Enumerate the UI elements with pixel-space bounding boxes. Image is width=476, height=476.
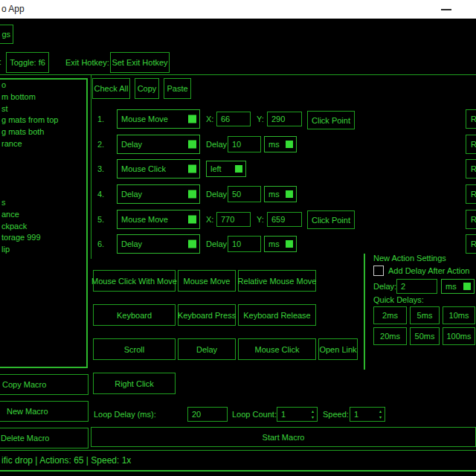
nas-delay-input[interactable]: 2	[396, 279, 437, 294]
add-mouse-click-button[interactable]: Mouse Click	[238, 338, 316, 360]
remove-button[interactable]: R	[466, 210, 476, 229]
check-all-button[interactable]: Check All	[92, 78, 130, 99]
tab-settings-label: gs	[1, 30, 10, 39]
button-label: Mouse Click With Move	[91, 277, 177, 286]
add-delay-after-action-checkbox[interactable]	[373, 266, 384, 276]
remove-button[interactable]: R	[466, 184, 476, 204]
nas-delay-label: Delay:	[373, 282, 396, 291]
new-macro-button[interactable]: New Macro	[0, 401, 89, 422]
action-type-dropdown[interactable]: Mouse Move	[117, 210, 200, 229]
delay-input[interactable]: 50	[228, 186, 261, 202]
list-item[interactable]: s	[0, 197, 86, 209]
quick-delay-50ms-button[interactable]: 50ms	[410, 327, 440, 345]
delete-macro-button[interactable]: Delete Macro	[0, 428, 89, 448]
unit-value: ms	[268, 190, 280, 199]
y-input[interactable]: 659	[267, 212, 302, 227]
spinner-arrows-icon[interactable]: ▴▾	[312, 408, 314, 420]
delay-input[interactable]: 10	[228, 236, 261, 252]
set-exit-hotkey-button[interactable]: Set Exit Hotkey	[110, 52, 170, 73]
list-item[interactable]	[0, 162, 86, 174]
dropdown-square-icon	[286, 240, 293, 248]
y-label: Y:	[257, 215, 264, 224]
dropdown-square-icon	[188, 141, 196, 149]
add-right-click-button[interactable]: Right Click	[93, 373, 176, 394]
dropdown-square-icon	[188, 190, 196, 199]
spinner-arrows-icon[interactable]: ▴▾	[379, 408, 382, 420]
copy-macro-button[interactable]: Copy Macro	[0, 374, 89, 395]
quick-delay-2ms-button[interactable]: 2ms	[373, 306, 407, 324]
add-open-link-button[interactable]: Open Link	[318, 338, 358, 360]
remove-button[interactable]: R	[466, 234, 476, 254]
window-title: o App	[1, 4, 25, 14]
minimize-icon[interactable]	[441, 9, 451, 10]
nas-unit-dropdown[interactable]: ms	[441, 279, 475, 294]
loop-count-stepper[interactable]: 1 ▴▾	[277, 407, 318, 422]
actions-panel-border	[91, 74, 91, 259]
delay-label: Delay	[206, 140, 227, 149]
speed-stepper[interactable]: 1 ▴▾	[350, 407, 385, 422]
x-input[interactable]: 770	[216, 212, 251, 227]
quick-delay-10ms-button[interactable]: 10ms	[443, 306, 475, 324]
button-label: Copy Macro	[2, 380, 46, 389]
action-type-dropdown[interactable]: Delay	[117, 234, 200, 254]
list-item[interactable]: ance	[0, 209, 86, 221]
action-type-dropdown[interactable]: Delay	[117, 184, 200, 204]
list-item[interactable]: lip	[0, 244, 86, 256]
click-point-button[interactable]: Click Point	[307, 210, 355, 229]
quick-delay-20ms-button[interactable]: 20ms	[373, 327, 407, 345]
action-type-value: Mouse Move	[121, 215, 168, 224]
list-item[interactable]: g mats from top	[0, 115, 86, 126]
add-delay-button[interactable]: Delay	[178, 338, 236, 360]
tab-settings[interactable]: gs	[0, 25, 13, 44]
row-number: 3.	[97, 164, 104, 173]
loop-delay-input[interactable]: 20	[187, 407, 228, 422]
delay-value: 10	[232, 239, 241, 248]
copy-button[interactable]: Copy	[135, 78, 159, 99]
click-point-label: Click Point	[312, 216, 350, 225]
click-point-button[interactable]: Click Point	[307, 111, 355, 129]
action-type-dropdown[interactable]: Delay	[117, 135, 200, 154]
action-type-dropdown[interactable]: Mouse Click	[117, 159, 200, 178]
exit-hotkey-label: Exit Hotkey:	[65, 58, 109, 67]
add-mouse-click-with-move-button[interactable]: Mouse Click With Move	[93, 270, 176, 292]
action-type-value: Delay	[121, 239, 142, 248]
add-mouse-move-button[interactable]: Mouse Move	[178, 270, 236, 292]
add-delay-after-action-label: Add Delay After Action	[388, 266, 469, 275]
remove-button[interactable]: R	[466, 159, 476, 178]
list-item[interactable]	[0, 150, 86, 162]
mouse-button-dropdown[interactable]: left	[206, 161, 246, 177]
list-item[interactable]: m bottom	[0, 91, 86, 103]
list-item[interactable]	[0, 173, 86, 185]
add-keyboard-release-button[interactable]: Keyboard Release	[238, 304, 316, 326]
delay-input[interactable]: 10	[228, 136, 261, 152]
dropdown-square-icon	[286, 190, 293, 198]
list-item[interactable]	[0, 185, 86, 197]
unit-dropdown[interactable]: ms	[264, 136, 297, 152]
add-scroll-button[interactable]: Scroll	[93, 338, 176, 360]
paste-button[interactable]: Paste	[164, 78, 191, 99]
y-input[interactable]: 290	[267, 112, 302, 126]
start-macro-button[interactable]: Start Macro	[91, 427, 476, 447]
add-keyboard-press-button[interactable]: Keyboard Press	[178, 304, 236, 326]
unit-dropdown[interactable]: ms	[264, 236, 297, 252]
x-label: X:	[206, 115, 213, 123]
list-item[interactable]: o	[0, 80, 86, 91]
list-item[interactable]: ckpack	[0, 221, 86, 233]
list-item[interactable]: g mats both	[0, 126, 86, 138]
toggle-hotkey-button[interactable]: Toggle: f6	[6, 52, 49, 73]
add-keyboard-button[interactable]: Keyboard	[93, 304, 176, 326]
unit-dropdown[interactable]: ms	[264, 186, 297, 202]
remove-button[interactable]: R	[466, 109, 476, 129]
quick-delay-100ms-button[interactable]: 100ms	[443, 327, 475, 345]
add-relative-mouse-move-button[interactable]: Relative Mouse Move	[238, 270, 316, 292]
x-input[interactable]: 66	[216, 112, 251, 126]
list-item[interactable]: st	[0, 103, 86, 115]
delay-value: 10	[232, 140, 241, 149]
quick-delay-5ms-button[interactable]: 5ms	[410, 306, 440, 324]
list-item[interactable]: rance	[0, 138, 86, 150]
remove-button[interactable]: R	[466, 135, 476, 154]
row-number: 2.	[97, 140, 104, 149]
macro-list[interactable]: o m bottom st g mats from top g mats bot…	[0, 78, 88, 368]
action-type-dropdown[interactable]: Mouse Move	[117, 109, 200, 129]
list-item[interactable]: torage 999	[0, 232, 86, 244]
